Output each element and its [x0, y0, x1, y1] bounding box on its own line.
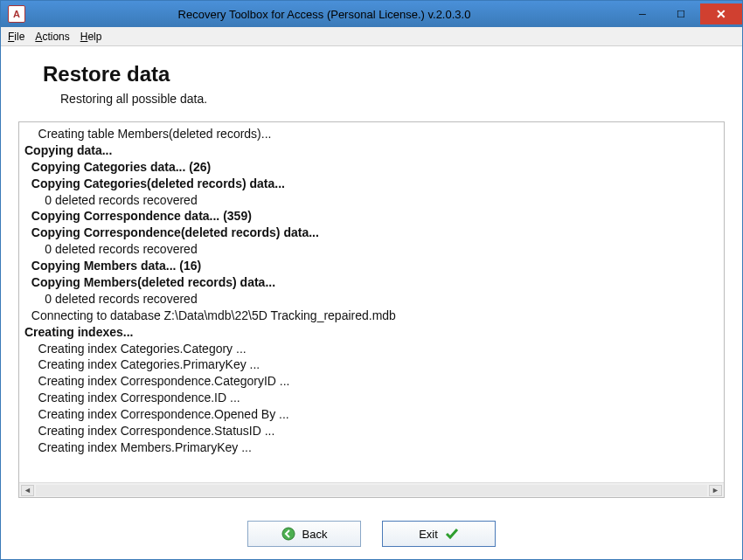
log-box: Creating table Members(deleted records).… [18, 121, 725, 498]
menu-actions[interactable]: Actions [35, 31, 69, 43]
exit-button[interactable]: Exit [382, 521, 496, 547]
scroll-track[interactable] [36, 485, 707, 496]
maximize-icon: ☐ [677, 9, 685, 20]
horizontal-scrollbar[interactable]: ◄ ► [19, 482, 724, 497]
log-line: Creating index Categories.Category ... [24, 341, 719, 357]
menu-file-rest: ile [14, 31, 24, 43]
menu-file[interactable]: File [8, 31, 24, 43]
button-bar: Back Exit [1, 508, 742, 559]
log-line: Creating index Members.PrimaryKey ... [24, 439, 719, 456]
maximize-button[interactable]: ☐ [662, 3, 700, 24]
log-line: Copying Correspondence(deleted records) … [24, 225, 719, 241]
back-arrow-icon [281, 527, 295, 541]
minimize-button[interactable]: ─ [623, 3, 662, 24]
log-line: 0 deleted records recovered [24, 192, 719, 209]
close-button[interactable]: ✕ [700, 3, 742, 24]
svg-point-0 [282, 528, 295, 540]
log-line: Creating indexes... [24, 324, 719, 341]
scroll-right-icon[interactable]: ► [709, 485, 722, 496]
close-icon: ✕ [716, 7, 726, 21]
log-line: 0 deleted records recovered [24, 291, 719, 308]
minimize-icon: ─ [639, 9, 646, 19]
window-title: Recovery Toolbox for Access (Personal Li… [25, 8, 623, 21]
content-area: Restore data Restoring all possible data… [1, 46, 742, 508]
log-line: Creating table Members(deleted records).… [24, 126, 719, 142]
menu-actions-rest: ctions [42, 31, 69, 43]
log-line: Copying Members(deleted records) data... [24, 274, 719, 291]
menu-help[interactable]: Help [80, 31, 102, 43]
log-line: Creating index Correspondence.CategoryID… [24, 373, 719, 390]
scroll-left-icon[interactable]: ◄ [21, 485, 34, 496]
log-line: 0 deleted records recovered [24, 241, 719, 258]
window-controls: ─ ☐ ✕ [623, 3, 742, 24]
log-line: Copying Correspondence data... (359) [24, 208, 719, 225]
titlebar[interactable]: A Recovery Toolbox for Access (Personal … [1, 1, 742, 27]
menu-help-rest: elp [87, 31, 101, 43]
app-icon-text: A [13, 9, 20, 19]
back-button[interactable]: Back [247, 521, 361, 547]
log-line: Copying Categories(deleted records) data… [24, 176, 719, 192]
checkmark-icon [445, 527, 459, 541]
log-line: Creating index Correspondence.ID ... [24, 390, 719, 406]
page-title: Restore data [43, 62, 725, 86]
menubar: File Actions Help [1, 27, 742, 46]
exit-button-label: Exit [419, 528, 438, 541]
log-line: Creating index Correspondence.Opened By … [24, 406, 719, 423]
log-line: Creating index Categories.PrimaryKey ... [24, 356, 719, 373]
page-subtitle: Restoring all possible data. [60, 92, 725, 106]
log-line: Copying data... [24, 142, 719, 159]
log-line: Copying Categories data... (26) [24, 159, 719, 176]
app-icon: A [8, 5, 25, 23]
back-button-label: Back [302, 528, 328, 541]
log-line: Creating index Correspondence.StatusID .… [24, 423, 719, 439]
log-line: Copying Members data... (16) [24, 258, 719, 274]
log-line: Connecting to database Z:\Data\mdb\22\5D… [24, 308, 719, 324]
main-window: A Recovery Toolbox for Access (Personal … [0, 0, 743, 560]
log-scroll[interactable]: Creating table Members(deleted records).… [19, 122, 724, 482]
